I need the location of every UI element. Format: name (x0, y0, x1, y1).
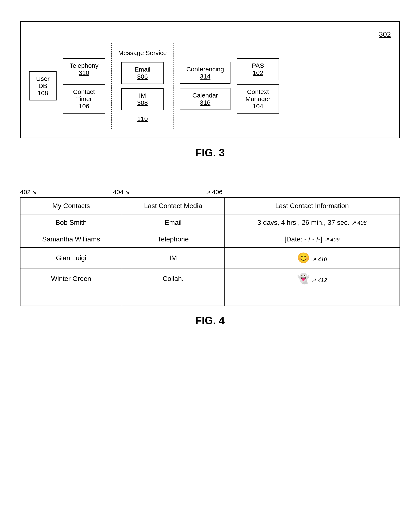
row-ref: ↗ 412 (312, 277, 327, 283)
message-service-group: Message Service Email 306 IM 308 110 (112, 43, 173, 129)
telephony-box: Telephony 310 (63, 58, 105, 80)
media-cell: IM (122, 248, 224, 268)
fig4-ref-406: ↗ 406 (206, 188, 222, 196)
contact-cell: Gian Luigi (20, 248, 122, 268)
fig4-ref-404: 404 ↘ (113, 188, 206, 196)
im-box: IM 308 (121, 88, 164, 110)
row-ref: ↗ 408 (351, 220, 367, 226)
userdb-box: User DB 108 (29, 71, 57, 100)
table-row: Gian LuigiIM😊 ↗ 410 (20, 248, 400, 268)
col1-header: My Contacts (20, 197, 122, 214)
contact-cell: Samantha Williams (20, 231, 122, 248)
telephony-timer-col: Telephony 310 Contact Timer 106 (63, 58, 105, 113)
media-cell: Collah. (122, 268, 224, 289)
ms-ref: 110 (137, 115, 148, 122)
media-cell: Telephone (122, 231, 224, 248)
context-manager-box: Context Manager 104 (237, 84, 279, 113)
info-cell: 😊 ↗ 410 (224, 248, 400, 268)
row-ref: ↗ 409 (324, 236, 340, 243)
table-row: Bob SmithEmail3 days, 4 hrs., 26 min., 3… (20, 214, 400, 231)
fig4-diagram: 402 ↘ 404 ↘ ↗ 406 My Contacts Last Conta… (20, 188, 400, 344)
fig4-ref-402: 402 ↘ (20, 188, 113, 196)
conferencing-box: Conferencing 314 (180, 62, 231, 84)
calendar-box: Calendar 316 (180, 88, 231, 110)
contact-timer-box: Contact Timer 106 (63, 84, 105, 113)
info-cell: 👻 ↗ 412 (224, 268, 400, 289)
fig4-caption: FIG. 4 (20, 315, 400, 327)
media-cell: Email (122, 214, 224, 231)
pas-context-col: PAS 102 Context Manager 104 (237, 58, 279, 113)
ghost-smiley-icon: 👻 (297, 273, 310, 284)
contact-cell: Winter Green (20, 268, 122, 289)
fig3-ref-302: 302 (29, 30, 391, 38)
fig3-outer-box: 302 User DB 108 Telephony 310 Contact (20, 21, 400, 138)
table-row-empty (20, 289, 400, 306)
table-row: Samantha WilliamsTelephone[Date: - / - /… (20, 231, 400, 248)
fig3-diagram: 302 User DB 108 Telephony 310 Contact (20, 21, 400, 176)
info-cell: 3 days, 4 hrs., 26 min., 37 sec. ↗ 408 (224, 214, 400, 231)
info-cell: [Date: - / - /-] ↗ 409 (224, 231, 400, 248)
email-box: Email 306 (121, 62, 164, 84)
fig3-caption: FIG. 3 (20, 147, 400, 159)
conferencing-calendar-col: Conferencing 314 Calendar 316 (180, 62, 231, 110)
table-row: Winter GreenCollah.👻 ↗ 412 (20, 268, 400, 289)
contact-cell: Bob Smith (20, 214, 122, 231)
smiley-icon: 😊 (297, 252, 310, 264)
message-service-label: Message Service (118, 49, 167, 57)
fig4-table: My Contacts Last Contact Media Last Cont… (20, 197, 400, 306)
pas-box: PAS 102 (237, 58, 279, 80)
col2-header: Last Contact Media (122, 197, 224, 214)
row-ref: ↗ 410 (312, 256, 327, 263)
col3-header: Last Contact Information (224, 197, 400, 214)
